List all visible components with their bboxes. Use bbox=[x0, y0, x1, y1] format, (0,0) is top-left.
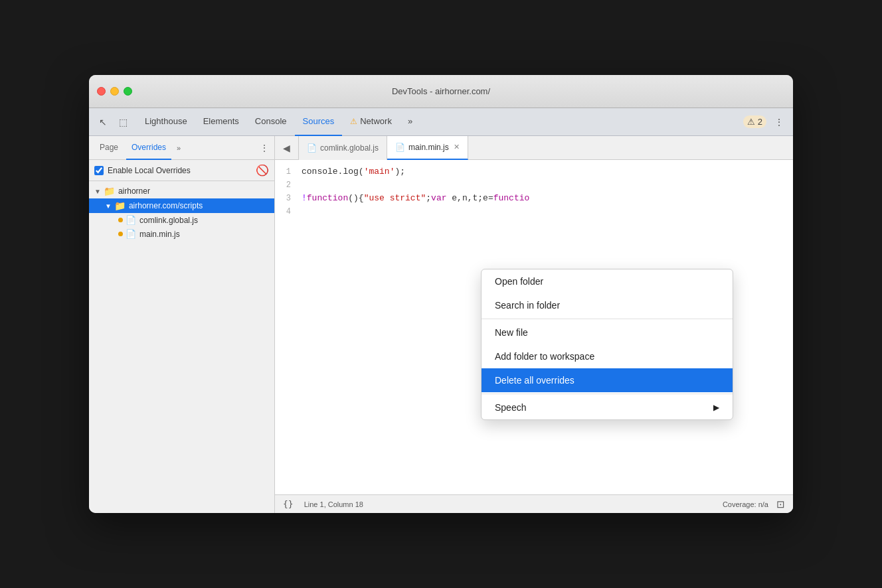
dot-main bbox=[118, 232, 123, 236]
more-options-icon[interactable]: ⋮ bbox=[770, 113, 788, 131]
line-number-3: 3 bbox=[275, 192, 302, 205]
context-menu-open-folder-label: Open folder bbox=[495, 276, 543, 287]
tab-bar-right: ⚠ 2 ⋮ bbox=[743, 113, 788, 131]
title-bar: DevTools - airhorner.com/ bbox=[89, 75, 793, 108]
panel-tab-more[interactable]: » bbox=[174, 144, 183, 152]
context-menu-add-folder[interactable]: Add folder to workspace bbox=[482, 344, 733, 368]
context-menu-divider-2 bbox=[482, 394, 733, 394]
minimize-button[interactable] bbox=[110, 87, 119, 96]
block-icon[interactable]: 🚫 bbox=[256, 164, 269, 177]
tab-sources[interactable]: Sources bbox=[295, 108, 343, 136]
file-icon-tab-comlink: 📄 bbox=[307, 143, 317, 153]
editor-tab-comlink-label: comlink.global.js bbox=[320, 143, 379, 153]
file-icon-main: 📄 bbox=[126, 229, 136, 239]
editor-tabs: ◀ 📄 comlink.global.js 📄 main.min.js ✕ bbox=[275, 136, 793, 160]
status-right: Coverage: n/a ⊡ bbox=[723, 498, 785, 510]
inspect-icon[interactable]: ⬚ bbox=[114, 113, 132, 131]
tree-root-airhorner[interactable]: ▼ 📁 airhorner bbox=[89, 184, 274, 198]
tree-file-main-label: main.min.js bbox=[139, 230, 180, 239]
tab-overrides[interactable]: Overrides bbox=[126, 136, 171, 160]
tab-elements[interactable]: Elements bbox=[195, 108, 247, 136]
editor-tab-close-icon[interactable]: ✕ bbox=[454, 143, 460, 151]
context-menu-speech-label: Speech bbox=[495, 402, 526, 413]
devtools-window: DevTools - airhorner.com/ ↖ ⬚ Lighthouse… bbox=[89, 75, 793, 513]
enable-overrides-text: Enable Local Overrides bbox=[108, 166, 191, 175]
code-line-3: 3 !function(){"use strict";var e,n,t;e=f… bbox=[275, 192, 793, 205]
folder-icon-scripts: 📁 bbox=[114, 200, 126, 211]
code-line-1: 1 console.log('main'); bbox=[275, 165, 793, 179]
context-menu-delete-overrides-label: Delete all overrides bbox=[495, 375, 574, 386]
close-button[interactable] bbox=[97, 87, 106, 96]
code-content-3: !function(){"use strict";var e,n,t;e=fun… bbox=[302, 192, 529, 205]
editor-tab-comlink[interactable]: 📄 comlink.global.js bbox=[299, 136, 387, 160]
coverage-info: Coverage: n/a bbox=[723, 500, 768, 508]
network-warning-icon: ⚠ bbox=[350, 117, 357, 126]
tree-root-label: airhorner bbox=[118, 186, 150, 196]
tab-console[interactable]: Console bbox=[247, 108, 295, 136]
tab-lighthouse[interactable]: Lighthouse bbox=[137, 108, 195, 136]
dot-comlink bbox=[118, 218, 123, 222]
status-bar: {} Line 1, Column 18 Coverage: n/a ⊡ bbox=[275, 494, 793, 513]
tree-file-comlink-label: comlink.global.js bbox=[139, 216, 198, 225]
tree-folder-scripts-label: airhorner.com/scripts bbox=[129, 201, 203, 210]
editor-back-icon[interactable]: ◀ bbox=[275, 136, 299, 160]
code-content-4 bbox=[302, 205, 307, 218]
warning-badge: ⚠ 2 bbox=[743, 115, 766, 128]
line-number-1: 1 bbox=[275, 165, 302, 179]
format-icon[interactable]: {} bbox=[283, 499, 294, 509]
context-menu-speech[interactable]: Speech ▶ bbox=[482, 396, 733, 419]
context-menu-new-file-label: New file bbox=[495, 327, 528, 338]
code-content-2 bbox=[302, 179, 307, 192]
editor-tab-main[interactable]: 📄 main.min.js ✕ bbox=[387, 136, 468, 160]
tab-network[interactable]: ⚠ Network bbox=[342, 108, 400, 136]
file-tree: ▼ 📁 airhorner ▼ 📁 airhorner.com/scripts … bbox=[89, 181, 274, 513]
line-number-4: 4 bbox=[275, 205, 302, 218]
context-menu-new-file[interactable]: New file bbox=[482, 321, 733, 344]
warning-badge-icon: ⚠ bbox=[747, 117, 755, 127]
tree-file-comlink[interactable]: 📄 comlink.global.js bbox=[89, 213, 274, 227]
left-panel: Page Overrides » ⋮ Enable Local Override… bbox=[89, 136, 275, 513]
panel-toolbar: Enable Local Overrides 🚫 bbox=[89, 160, 274, 181]
context-menu-add-folder-label: Add folder to workspace bbox=[495, 351, 594, 362]
context-menu-divider-1 bbox=[482, 319, 733, 319]
maximize-button[interactable] bbox=[124, 87, 132, 96]
screen-cast-icon[interactable]: ⊡ bbox=[776, 498, 785, 510]
enable-overrides-label[interactable]: Enable Local Overrides bbox=[94, 166, 191, 175]
traffic-lights bbox=[97, 87, 132, 96]
context-menu-open-folder[interactable]: Open folder bbox=[482, 269, 733, 293]
line-number-2: 2 bbox=[275, 179, 302, 192]
code-line-4: 4 bbox=[275, 205, 793, 218]
context-menu-search-folder-label: Search in folder bbox=[495, 300, 560, 311]
context-menu-search-folder[interactable]: Search in folder bbox=[482, 293, 733, 317]
panel-tabs: Page Overrides » ⋮ bbox=[89, 136, 274, 160]
main-area: Page Overrides » ⋮ Enable Local Override… bbox=[89, 136, 793, 513]
file-icon-tab-main: 📄 bbox=[395, 143, 405, 152]
tree-file-main[interactable]: 📄 main.min.js bbox=[89, 227, 274, 241]
editor-tab-main-label: main.min.js bbox=[408, 143, 449, 152]
tab-page[interactable]: Page bbox=[94, 136, 124, 160]
tree-folder-scripts[interactable]: ▼ 📁 airhorner.com/scripts bbox=[89, 198, 274, 213]
right-panel: ◀ 📄 comlink.global.js 📄 main.min.js ✕ 1 … bbox=[275, 136, 793, 513]
tree-arrow-scripts: ▼ bbox=[105, 202, 112, 210]
tab-bar-nav: ↖ ⬚ bbox=[94, 113, 132, 131]
tab-more[interactable]: » bbox=[400, 108, 420, 136]
file-icon-comlink: 📄 bbox=[126, 215, 136, 225]
context-menu-delete-overrides[interactable]: Delete all overrides bbox=[482, 368, 733, 392]
position-info: Line 1, Column 18 bbox=[304, 500, 363, 508]
tree-arrow-root: ▼ bbox=[94, 188, 101, 195]
code-content-1: console.log('main'); bbox=[302, 165, 405, 179]
warning-count: 2 bbox=[758, 117, 762, 127]
back-icon[interactable]: ↖ bbox=[94, 113, 112, 131]
code-line-2: 2 bbox=[275, 179, 793, 192]
context-menu-arrow-icon: ▶ bbox=[713, 403, 719, 412]
main-tab-bar: ↖ ⬚ Lighthouse Elements Console Sources … bbox=[89, 108, 793, 136]
panel-menu-icon[interactable]: ⋮ bbox=[260, 143, 269, 153]
folder-icon-root: 📁 bbox=[104, 186, 115, 196]
window-title: DevTools - airhorner.com/ bbox=[392, 86, 490, 96]
enable-overrides-checkbox[interactable] bbox=[94, 166, 104, 175]
context-menu: Open folder Search in folder New file Ad… bbox=[481, 269, 733, 420]
